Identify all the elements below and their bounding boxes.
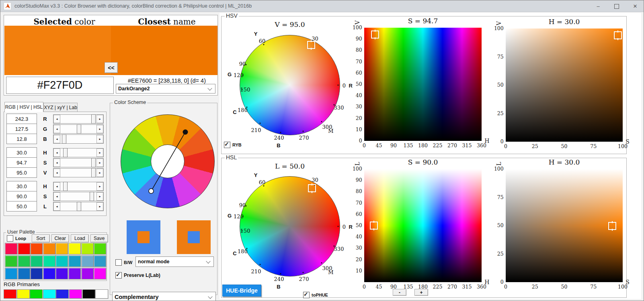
slider-track[interactable] <box>60 182 96 191</box>
mode-dropdown[interactable]: normal mode <box>135 256 214 267</box>
hue-bridge-button[interactable]: HUE-Bridge <box>222 285 261 297</box>
slider-value-field[interactable]: 90.0 <box>6 191 37 201</box>
palette-swatch[interactable] <box>81 255 94 267</box>
palette-swatch[interactable] <box>94 243 106 254</box>
slider-right-arrow[interactable]: ▸ <box>96 202 103 211</box>
hsv-wheel-marker[interactable] <box>307 41 315 49</box>
primary-swatch[interactable] <box>17 289 30 299</box>
selected-hue-dot[interactable] <box>183 130 188 135</box>
slider-value-field[interactable]: 50.0 <box>6 201 37 212</box>
slider-right-arrow[interactable]: ▸ <box>96 115 103 123</box>
palette-swatch[interactable] <box>94 268 106 279</box>
channel-slider[interactable]: ◂ ▸ <box>53 158 104 167</box>
slider-left-arrow[interactable]: ◂ <box>53 115 60 123</box>
palette-swatch[interactable] <box>5 243 17 254</box>
channel-slider[interactable]: ◂ ▸ <box>53 148 104 157</box>
palette-swatch[interactable] <box>18 243 30 254</box>
primary-swatch[interactable] <box>69 289 82 299</box>
palette-swatch[interactable] <box>81 243 94 254</box>
palette-swatch[interactable] <box>43 268 55 279</box>
slider-right-arrow[interactable]: ▸ <box>96 192 103 201</box>
palette-swatch[interactable] <box>18 268 30 279</box>
palette-button[interactable]: Clear <box>51 234 70 242</box>
hsv-color-wheel[interactable] <box>240 35 340 135</box>
palette-swatch[interactable] <box>55 255 68 267</box>
minus-button[interactable]: - <box>393 289 406 296</box>
channel-slider[interactable]: ◂ ▸ <box>53 168 104 177</box>
hsl-color-wheel[interactable] <box>240 176 340 277</box>
slider-value-field[interactable]: 94.7 <box>6 157 37 168</box>
slider-left-arrow[interactable]: ◂ <box>53 202 60 211</box>
tophue-checkbox[interactable] <box>303 292 310 298</box>
ryb-checkbox[interactable] <box>224 142 230 148</box>
slider-right-arrow[interactable]: ▸ <box>96 159 103 167</box>
slider-value-field[interactable]: 242.3 <box>6 114 37 124</box>
primary-swatch[interactable] <box>56 289 69 299</box>
palette-swatch[interactable] <box>43 255 55 267</box>
palette-swatch[interactable] <box>55 268 68 279</box>
palette-swatch[interactable] <box>43 243 55 254</box>
slider-value-field[interactable]: 30.0 <box>6 181 37 191</box>
primary-swatch[interactable] <box>30 289 43 299</box>
primary-swatch[interactable] <box>95 289 108 299</box>
palette-button[interactable]: Sort <box>32 234 50 242</box>
slider-track[interactable] <box>60 115 96 123</box>
palette-swatch[interactable] <box>55 243 68 254</box>
slider-left-arrow[interactable]: ◂ <box>53 125 60 133</box>
slider-track[interactable] <box>60 148 96 157</box>
tab-xyz-xyy-lab[interactable]: XYZ | xyY | Lab <box>43 103 78 112</box>
hsv-h-marker[interactable] <box>614 31 622 39</box>
slider-left-arrow[interactable]: ◂ <box>53 192 60 201</box>
slider-track[interactable] <box>60 202 96 211</box>
preserve-lab-checkbox[interactable] <box>115 272 122 279</box>
palette-swatch[interactable] <box>30 243 43 254</box>
slider-left-arrow[interactable]: ◂ <box>53 169 60 177</box>
slider-thumb[interactable] <box>91 114 96 124</box>
slider-right-arrow[interactable]: ▸ <box>96 135 103 143</box>
slider-thumb[interactable] <box>90 192 94 201</box>
slider-thumb[interactable] <box>91 158 96 167</box>
primary-swatch[interactable] <box>43 289 56 299</box>
slider-track[interactable] <box>60 135 96 143</box>
slider-right-arrow[interactable]: ▸ <box>96 169 103 177</box>
hex-value-field[interactable]: #F27F0D <box>6 77 114 94</box>
palette-swatch[interactable] <box>5 268 17 279</box>
hsv-s-marker[interactable] <box>371 31 379 39</box>
hsl-s-marker[interactable] <box>370 222 378 230</box>
loop-checkbox[interactable] <box>7 235 13 242</box>
slider-value-field[interactable]: 30.0 <box>6 147 37 158</box>
close-button[interactable]: ✕ <box>626 0 644 12</box>
slider-right-arrow[interactable]: ▸ <box>96 148 103 157</box>
slider-value-field[interactable]: 12.8 <box>6 134 37 144</box>
slider-track[interactable] <box>60 192 96 201</box>
slider-thumb[interactable] <box>91 168 96 177</box>
slider-value-field[interactable]: 95.0 <box>6 167 37 178</box>
palette-swatch[interactable] <box>30 255 43 267</box>
channel-slider[interactable]: ◂ ▸ <box>53 192 104 201</box>
hsl-h-marker[interactable] <box>608 222 616 230</box>
slider-track[interactable] <box>60 159 96 167</box>
plus-button[interactable]: + <box>414 289 428 296</box>
channel-slider[interactable]: ◂ ▸ <box>53 134 104 144</box>
channel-slider[interactable]: ◂ ▸ <box>53 124 104 134</box>
channel-slider[interactable]: ◂ ▸ <box>53 114 104 124</box>
slider-thumb[interactable] <box>77 124 81 134</box>
palette-button[interactable]: Load <box>71 234 89 242</box>
complement-hue-dot[interactable] <box>149 189 154 193</box>
scheme-dropdown[interactable]: Complementary <box>112 292 216 301</box>
primary-swatch[interactable] <box>4 289 16 299</box>
tab-rgb-hsv-hsl[interactable]: RGB | HSV | HSL <box>4 102 43 112</box>
palette-swatch[interactable] <box>5 255 17 267</box>
maximize-button[interactable] <box>607 0 626 12</box>
slider-left-arrow[interactable]: ◂ <box>53 135 60 143</box>
hsl-wheel-marker[interactable] <box>308 184 316 192</box>
primary-swatch[interactable] <box>82 289 95 299</box>
minimize-button[interactable]: – <box>589 0 607 12</box>
channel-slider[interactable]: ◂ ▸ <box>53 182 104 191</box>
palette-swatch[interactable] <box>68 268 81 279</box>
slider-right-arrow[interactable]: ▸ <box>96 125 103 133</box>
slider-thumb[interactable] <box>63 182 68 191</box>
slider-value-field[interactable]: 127.5 <box>6 124 37 134</box>
palette-swatch[interactable] <box>18 255 30 267</box>
slider-thumb[interactable] <box>77 202 81 211</box>
